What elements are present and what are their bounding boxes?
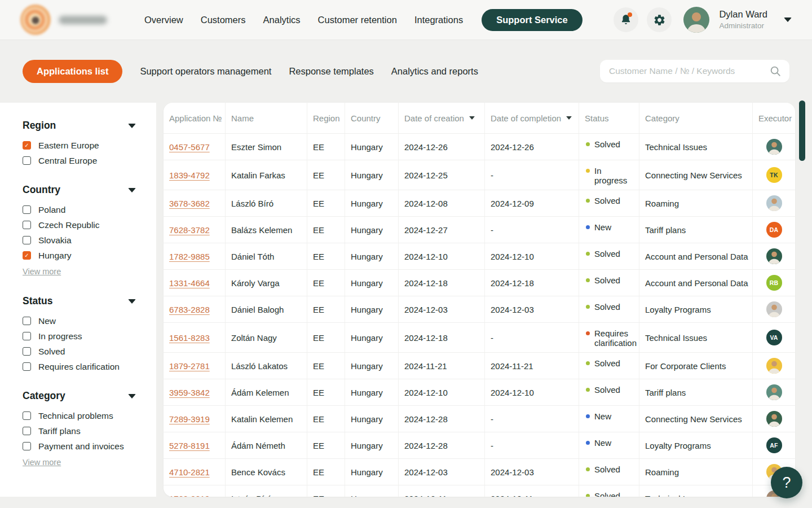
application-link[interactable]: 4710-2821: [169, 467, 210, 477]
status-label: Requires clarification: [594, 329, 637, 348]
status-label: Solved: [594, 385, 620, 395]
application-link[interactable]: 7628-3782: [169, 225, 210, 235]
filter-option-hungary[interactable]: ✓Hungary: [23, 251, 136, 260]
checkbox-unchecked-icon[interactable]: [23, 236, 31, 244]
checkbox-unchecked-icon[interactable]: [23, 427, 31, 435]
filter-option-poland[interactable]: Poland: [23, 205, 136, 214]
filter-section-header-category[interactable]: Category: [23, 390, 136, 402]
cell-region: EE: [307, 160, 345, 190]
checkbox-unchecked-icon[interactable]: [23, 362, 31, 371]
checkbox-checked-icon[interactable]: ✓: [23, 141, 31, 150]
checkbox-unchecked-icon[interactable]: [23, 347, 31, 356]
filter-option-in-progress[interactable]: In progress: [23, 331, 136, 341]
filter-option-central-europe[interactable]: Central Europe: [23, 156, 136, 165]
executor-avatar[interactable]: VA: [766, 330, 782, 345]
cell-name: Ádám Kelemen: [226, 379, 307, 405]
application-link[interactable]: 3678-3682: [169, 199, 210, 208]
column-header-date-of-creation: Date of creation: [399, 103, 485, 133]
column-header-label: Status: [585, 113, 609, 123]
filter-option-slovakia[interactable]: Slovakia: [23, 235, 136, 245]
application-link[interactable]: 1879-2781: [169, 361, 210, 371]
checkbox-unchecked-icon[interactable]: [23, 156, 31, 165]
checkbox-unchecked-icon[interactable]: [23, 317, 31, 325]
checkbox-unchecked-icon[interactable]: [23, 205, 31, 214]
chevron-down-icon: [128, 188, 136, 192]
status-dot: [586, 467, 590, 471]
filter-option-label: Hungary: [38, 251, 72, 261]
tab-applications-list[interactable]: Applications list: [23, 60, 122, 83]
checkbox-unchecked-icon[interactable]: [23, 411, 31, 420]
table-row: 3678-3682László BíróEEHungary2024-12-082…: [164, 190, 795, 217]
executor-avatar[interactable]: DA: [766, 222, 782, 238]
filter-option-payment-and-invoices[interactable]: Payment and invoices: [23, 441, 136, 451]
brand-logo-wordmark: [59, 16, 107, 24]
cell-name: Zoltán Nagy: [226, 323, 307, 352]
checkbox-unchecked-icon[interactable]: [23, 442, 31, 450]
column-header-application: Application №: [164, 103, 226, 133]
tab-analytics-and-reports[interactable]: Analytics and reports: [391, 66, 478, 77]
tab-support-operators-management[interactable]: Support operators management: [140, 66, 271, 77]
application-link[interactable]: 1331-4664: [169, 278, 210, 288]
application-link[interactable]: 1839-4792: [169, 170, 210, 180]
help-button[interactable]: ?: [771, 467, 802, 498]
table-row: 1331-4664Károly VargaEEHungary2024-12-18…: [164, 270, 795, 296]
status-label: Solved: [594, 358, 620, 368]
application-link[interactable]: 5278-8191: [169, 441, 210, 450]
executor-avatar[interactable]: TK: [766, 167, 782, 183]
application-link[interactable]: 0457-5677: [169, 142, 210, 152]
executor-avatar[interactable]: [766, 301, 782, 317]
support-service-button[interactable]: Support Service: [482, 9, 582, 31]
view-more-link-country[interactable]: View more: [23, 267, 61, 276]
filter-option-tariff-plans[interactable]: Tariff plans: [23, 426, 136, 436]
application-link[interactable]: 1561-8283: [169, 333, 210, 343]
view-more-link-category[interactable]: View more: [23, 458, 61, 467]
executor-avatar[interactable]: [766, 411, 782, 427]
application-link[interactable]: 3959-3842: [169, 388, 210, 397]
filter-section-header-region[interactable]: Region: [23, 120, 136, 132]
filter-option-technical-problems[interactable]: Technical problems: [23, 411, 136, 421]
sort-descending-icon[interactable]: [566, 116, 572, 120]
sort-descending-icon[interactable]: [469, 116, 475, 120]
executor-avatar[interactable]: [766, 248, 782, 264]
notifications-button[interactable]: [614, 7, 638, 32]
application-link[interactable]: 1762-2819: [169, 494, 210, 497]
executor-avatar[interactable]: [766, 384, 782, 400]
status-dot: [586, 252, 590, 256]
nav-link-analytics[interactable]: Analytics: [263, 15, 301, 25]
application-link[interactable]: 6783-2828: [169, 305, 210, 314]
search-input[interactable]: [609, 66, 769, 76]
filter-option-eastern-europe[interactable]: ✓Eastern Europe: [23, 141, 136, 150]
nav-link-customer-retention[interactable]: Customer retention: [318, 15, 397, 25]
status-label: Solved: [594, 491, 620, 497]
vertical-scrollbar-thumb[interactable]: [799, 100, 805, 161]
executor-avatar[interactable]: [766, 195, 782, 211]
executor-avatar[interactable]: AF: [766, 437, 782, 453]
application-link[interactable]: 1782-9885: [169, 252, 210, 261]
filter-option-requires-clarification[interactable]: Requires clarification: [23, 362, 136, 371]
user-avatar[interactable]: [683, 7, 709, 33]
status-dot: [586, 278, 590, 282]
user-menu-chevron-icon[interactable]: [784, 17, 792, 22]
checkbox-unchecked-icon[interactable]: [23, 221, 31, 229]
filter-option-solved[interactable]: Solved: [23, 347, 136, 356]
cell-category: Technical Issues: [639, 323, 753, 352]
application-link[interactable]: 7289-3919: [169, 414, 210, 424]
executor-avatar[interactable]: [766, 358, 782, 374]
executor-avatar[interactable]: [766, 139, 782, 155]
checkbox-unchecked-icon[interactable]: [23, 332, 31, 340]
cell-name: István Bíró: [226, 485, 307, 497]
cell-name: Bence Kovács: [226, 459, 307, 485]
nav-link-integrations[interactable]: Integrations: [414, 15, 463, 25]
checkbox-checked-icon[interactable]: ✓: [23, 251, 31, 260]
search-icon[interactable]: [769, 65, 782, 77]
cell-date-of-completion: -: [485, 432, 579, 458]
filter-section-header-country[interactable]: Country: [23, 184, 136, 196]
tab-response-templates[interactable]: Response templates: [289, 66, 373, 77]
filter-option-czech-republic[interactable]: Czech Republic: [23, 220, 136, 230]
executor-avatar[interactable]: RB: [766, 275, 782, 291]
nav-link-customers[interactable]: Customers: [201, 15, 246, 25]
settings-button[interactable]: [647, 7, 672, 32]
nav-link-overview[interactable]: Overview: [144, 15, 183, 25]
filter-section-header-status[interactable]: Status: [23, 295, 136, 307]
filter-option-new[interactable]: New: [23, 316, 136, 326]
